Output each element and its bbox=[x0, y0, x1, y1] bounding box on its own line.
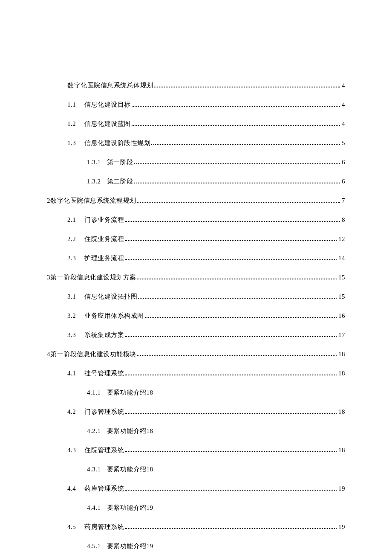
toc-page-number: 6 bbox=[342, 177, 345, 186]
toc-page-number: 17 bbox=[338, 331, 345, 340]
toc-entry: 2.1门诊业务流程8 bbox=[47, 215, 345, 224]
toc-entry: 4.2门诊管理系统18 bbox=[47, 407, 345, 416]
toc-leader-dots bbox=[154, 390, 344, 395]
toc-title: 业务应用体系构成图 bbox=[84, 311, 144, 320]
toc-leader-dots bbox=[125, 218, 340, 222]
toc-number: 4.1 bbox=[67, 369, 76, 378]
toc-title: 要紧功能介绍19 bbox=[107, 503, 153, 512]
toc-entry: 1.1信息化建设目标4 bbox=[47, 100, 345, 109]
toc-title: 信息化建设拓扑图 bbox=[84, 292, 137, 301]
toc-number: 4.3.1 bbox=[87, 465, 101, 474]
toc-title: 第一阶段信息化建设规划方案 bbox=[50, 273, 136, 282]
toc-leader-dots bbox=[125, 486, 337, 491]
toc-title: 住院业务流程 bbox=[84, 235, 124, 244]
toc-number: 2.3 bbox=[67, 254, 76, 263]
toc-entry: 4.1挂号管理系统18 bbox=[47, 369, 345, 378]
toc-page-number: 4 bbox=[342, 100, 345, 109]
toc-leader-dots bbox=[132, 102, 340, 107]
toc-entry: 数字化医院信息系统总体规划4 bbox=[47, 81, 345, 90]
toc-page-number: 6 bbox=[342, 158, 345, 167]
toc-page-number: 8 bbox=[342, 215, 345, 224]
toc-leader-dots bbox=[125, 448, 337, 453]
toc-page-number: 4 bbox=[342, 119, 345, 128]
toc-page-number: 18 bbox=[338, 446, 345, 455]
toc-entry: 4.3.1要紧功能介绍18 bbox=[47, 465, 345, 474]
toc-entry: 3.1信息化建设拓扑图15 bbox=[47, 292, 345, 301]
toc-number: 1.3.1 bbox=[87, 158, 101, 167]
toc-title: 第一阶段 bbox=[107, 158, 133, 167]
toc-entry: 2.2住院业务流程12 bbox=[47, 235, 345, 244]
toc-leader-dots bbox=[125, 525, 337, 529]
toc-entry: 4第一阶段信息化建设功能模块18 bbox=[47, 350, 345, 359]
toc-page-number: 19 bbox=[338, 484, 345, 493]
toc-leader-dots bbox=[125, 256, 337, 261]
toc-title: 数字化医院信息系统流程规划 bbox=[50, 196, 136, 205]
toc-page-number: 15 bbox=[338, 292, 345, 301]
toc-title: 信息化建设蓝图 bbox=[84, 119, 131, 128]
toc-leader-dots bbox=[154, 467, 344, 472]
toc-entry: 1.2信息化建设蓝图4 bbox=[47, 119, 345, 128]
toc-entry: 4.1.1要紧功能介绍18 bbox=[47, 388, 345, 397]
toc-entry: 4.3住院管理系统18 bbox=[47, 446, 345, 455]
toc-leader-dots bbox=[137, 198, 340, 203]
toc-entry: 4.4药库管理系统19 bbox=[47, 484, 345, 493]
toc-number: 4 bbox=[47, 350, 50, 359]
toc-number: 4.5.1 bbox=[87, 542, 101, 551]
toc-leader-dots bbox=[154, 83, 340, 88]
toc-entry: 4.5药房管理系统19 bbox=[47, 523, 345, 532]
toc-entry: 4.4.1要紧功能介绍19 bbox=[47, 503, 345, 512]
toc-title: 挂号管理系统 bbox=[84, 369, 124, 378]
toc-number: 4.2 bbox=[67, 407, 76, 416]
toc-title: 信息化建设阶段性规划 bbox=[84, 139, 150, 148]
toc-page-number: 12 bbox=[338, 235, 345, 244]
toc-number: 1.1 bbox=[67, 100, 76, 109]
toc-number: 1.2 bbox=[67, 119, 76, 128]
toc-title: 信息化建设目标 bbox=[84, 100, 131, 109]
toc-page-number: 15 bbox=[338, 273, 345, 282]
toc-number: 3.1 bbox=[67, 292, 76, 301]
toc-leader-dots bbox=[145, 314, 337, 318]
toc-number: 2 bbox=[47, 196, 50, 205]
toc-title: 第一阶段信息化建设功能模块 bbox=[50, 350, 136, 359]
toc-leader-dots bbox=[138, 294, 337, 299]
toc-number: 2.1 bbox=[67, 215, 76, 224]
toc-page-number: 18 bbox=[338, 369, 345, 378]
toc-title: 要紧功能介绍18 bbox=[107, 388, 153, 397]
toc-page-number: 4 bbox=[342, 81, 345, 90]
toc-list: 数字化医院信息系统总体规划41.1信息化建设目标41.2信息化建设蓝图41.3信… bbox=[47, 81, 345, 551]
toc-title: 要紧功能介绍18 bbox=[107, 465, 153, 474]
toc-leader-dots bbox=[154, 429, 344, 433]
toc-number: 3.3 bbox=[67, 331, 76, 340]
toc-entry: 1.3.1第一阶段6 bbox=[47, 158, 345, 167]
toc-page-number: 14 bbox=[338, 254, 345, 263]
toc-entry: 4.5.1要紧功能介绍19 bbox=[47, 542, 345, 551]
toc-title: 要紧功能介绍18 bbox=[107, 427, 153, 436]
toc-entry: 3第一阶段信息化建设规划方案15 bbox=[47, 273, 345, 282]
toc-title: 门诊业务流程 bbox=[84, 215, 124, 224]
toc-title: 第二阶段 bbox=[107, 177, 133, 186]
toc-title: 住院管理系统 bbox=[84, 446, 124, 455]
toc-leader-dots bbox=[154, 506, 344, 510]
toc-page-number: 16 bbox=[338, 311, 345, 320]
toc-number: 1.3 bbox=[67, 139, 76, 148]
toc-leader-dots bbox=[132, 122, 340, 126]
toc-entry: 4.2.1要紧功能介绍18 bbox=[47, 427, 345, 436]
toc-number: 4.4.1 bbox=[87, 503, 101, 512]
toc-title: 药库管理系统 bbox=[84, 484, 124, 493]
toc-number: 4.3 bbox=[67, 446, 76, 455]
toc-page-number: 19 bbox=[338, 523, 345, 532]
toc-entry: 1.3.2第二阶段6 bbox=[47, 177, 345, 186]
toc-title: 数字化医院信息系统总体规划 bbox=[67, 81, 153, 90]
toc-entry: 2.3护理业务流程14 bbox=[47, 254, 345, 263]
toc-leader-dots bbox=[134, 179, 340, 184]
toc-entry: 1.3信息化建设阶段性规划5 bbox=[47, 139, 345, 148]
toc-number: 4.1.1 bbox=[87, 388, 101, 397]
toc-page-number: 7 bbox=[342, 196, 345, 205]
toc-leader-dots bbox=[137, 352, 337, 357]
toc-title: 要紧功能介绍19 bbox=[107, 542, 153, 551]
toc-page-number: 5 bbox=[342, 139, 345, 148]
toc-leader-dots bbox=[137, 275, 337, 280]
toc-leader-dots bbox=[151, 141, 340, 145]
toc-entry: 2数字化医院信息系统流程规划7 bbox=[47, 196, 345, 205]
toc-title: 护理业务流程 bbox=[84, 254, 124, 263]
